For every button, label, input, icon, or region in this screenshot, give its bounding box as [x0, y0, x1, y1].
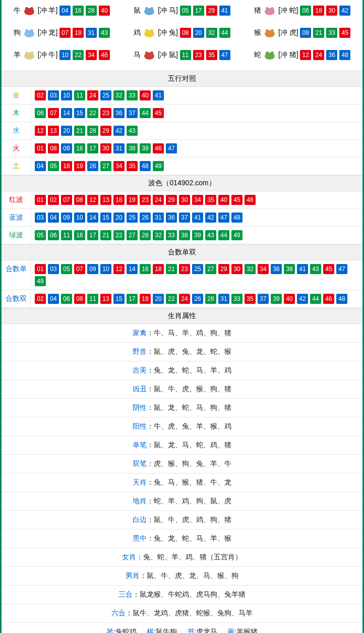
number-ball: 01	[35, 195, 46, 205]
number-ball: 16	[140, 264, 151, 274]
number-ball: 28	[86, 6, 97, 16]
number-ball: 39	[140, 143, 151, 153]
number-ball: 41	[153, 90, 164, 100]
number-ball: 49	[153, 161, 164, 171]
svg-point-5	[150, 7, 153, 10]
number-ball: 43	[99, 28, 110, 38]
number-ball: 04	[35, 161, 46, 171]
svg-point-14	[150, 29, 153, 32]
number-ball: 18	[153, 264, 164, 274]
svg-point-11	[30, 29, 33, 32]
number-ball: 32	[153, 230, 164, 240]
row-label: 水	[2, 122, 31, 139]
number-ball: 28	[205, 294, 216, 304]
attr-val: 牛、马、羊、鸡、狗、猪	[154, 329, 231, 337]
number-ball: 42	[297, 294, 308, 304]
row-label: 绿波	[2, 227, 31, 244]
number-ball: 34	[86, 50, 97, 60]
attr-sep: ：	[147, 347, 154, 355]
number-ball: 22	[113, 230, 125, 240]
number-ball: 23	[193, 50, 204, 60]
number-ball: 14	[87, 213, 98, 223]
zodiac-cell: 马 [冲 鼠] 11233547	[122, 46, 242, 69]
number-ball: 22	[166, 294, 177, 304]
number-ball: 08	[48, 143, 59, 153]
table-row: 金 02031011242532334041	[2, 87, 362, 104]
attr-val: 鼠、牛、虎、鸡、狗、猪	[154, 515, 231, 523]
number-ball: 20	[153, 294, 164, 304]
number-ball: 32	[206, 28, 217, 38]
number-ball: 39	[271, 294, 282, 304]
row-label: 火	[2, 140, 31, 157]
number-ball: 15	[74, 108, 85, 118]
number-ball: 09	[61, 213, 72, 223]
number-ball: 47	[336, 264, 347, 274]
number-ball: 33	[326, 28, 337, 38]
number-ball: 30	[100, 143, 111, 153]
attr-inline: 画:羊猴猪	[227, 627, 258, 633]
attr-val: 羊猴猪	[236, 627, 258, 633]
wuxing-table: 金 02031011242532334041 木 060714152223363…	[2, 87, 362, 175]
number-ball: 12	[300, 50, 311, 60]
number-ball: 47	[218, 213, 229, 223]
number-ball: 37	[258, 294, 269, 304]
number-ball: 45	[323, 264, 334, 274]
number-ball: 41	[192, 213, 203, 223]
zodiac-balls: 09213345	[300, 28, 350, 38]
number-ball: 36	[113, 108, 125, 118]
bose-header: 波色（014902.com）	[2, 175, 362, 191]
zodiac-balls: 07193143	[59, 28, 110, 38]
svg-point-2	[30, 7, 33, 10]
number-ball: 22	[73, 50, 84, 60]
number-ball: 35	[205, 195, 216, 205]
svg-point-25	[266, 51, 269, 55]
number-ball: 36	[166, 213, 177, 223]
number-ball: 20	[193, 28, 204, 38]
number-ball: 37	[179, 213, 190, 223]
number-ball: 49	[231, 230, 242, 240]
attr-row: 天肖：兔、马、猴、猪、牛、龙	[2, 473, 362, 492]
number-ball: 17	[127, 294, 138, 304]
attr-val: 兔、马、猴、猪、牛、龙	[154, 478, 231, 486]
zodiac-clash: [冲 兔]	[158, 28, 178, 37]
attr-val: 虎、猴、狗、兔、羊、牛	[154, 459, 231, 467]
number-ball: 08	[74, 294, 85, 304]
attr-key: 吉美	[133, 366, 147, 374]
zodiac-icon	[22, 27, 37, 38]
number-ball: 35	[206, 50, 217, 60]
number-ball: 19	[74, 161, 85, 171]
table-row: 蓝波 03040910141520252631363741424748	[2, 209, 362, 227]
table-row: 木 06071415222336374445	[2, 104, 362, 122]
row-label: 红波	[2, 191, 31, 208]
row-balls: 02031011242532334041	[31, 87, 168, 104]
attr-key: 画	[227, 627, 234, 633]
bose-table: 红波 0102070812131819232429303435404546 蓝波…	[2, 191, 362, 244]
attr-row: 吉美：兔、龙、蛇、马、羊、鸡	[2, 361, 362, 380]
zodiac-clash: [冲 牛]	[38, 50, 58, 60]
number-ball: 15	[100, 213, 111, 223]
table-row: 合数双 020406081113151719202224262831333537…	[2, 290, 362, 308]
svg-point-17	[271, 29, 274, 32]
number-ball: 37	[127, 108, 138, 118]
zodiac-balls: 12243648	[300, 50, 350, 60]
attr-row: 阴性：鼠、龙、蛇、马、狗、猪	[2, 399, 362, 417]
attr-val: 鼠、牛、虎、猴、狗、猪	[154, 385, 231, 393]
number-ball: 08	[74, 195, 85, 205]
number-ball: 31	[86, 28, 97, 38]
number-ball: 42	[205, 213, 216, 223]
number-ball: 47	[219, 50, 230, 60]
number-ball: 44	[218, 230, 229, 240]
number-ball: 02	[35, 294, 46, 304]
table-row: 合数单 010305070910121416182123252729303234…	[2, 260, 362, 290]
attr-val: 鼠牛狗	[156, 627, 177, 633]
attr-key: 野兽	[133, 347, 147, 355]
zodiac-grid: 牛 [冲 羊] 04162840 鼠 [冲 马] 05172941 猪 [冲 蛇…	[2, 0, 362, 71]
number-ball: 25	[100, 90, 111, 100]
number-ball: 05	[180, 6, 191, 16]
number-ball: 33	[127, 90, 138, 100]
number-ball: 07	[74, 264, 85, 274]
number-ball: 24	[87, 90, 98, 100]
attr-row: 地肖：蛇、羊、鸡、狗、鼠、虎	[2, 492, 362, 511]
attr-sep: ：	[136, 553, 143, 561]
number-ball: 07	[61, 195, 72, 205]
